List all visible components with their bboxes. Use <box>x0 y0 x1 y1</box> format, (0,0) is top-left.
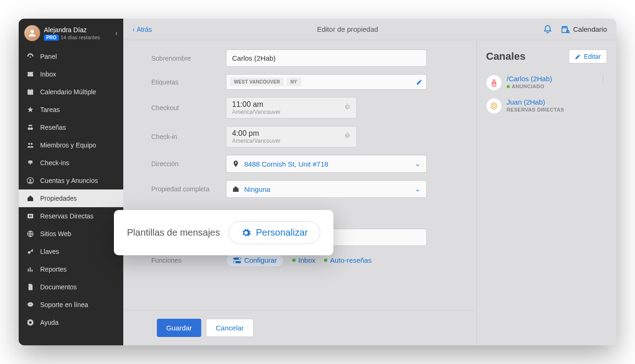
svg-point-11 <box>28 161 32 162</box>
status-dot <box>324 259 327 262</box>
nav-label: Documentos <box>40 283 77 291</box>
svg-rect-18 <box>30 267 31 272</box>
user-name: Alejandra Díaz <box>44 26 112 34</box>
svg-point-10 <box>31 143 33 145</box>
nav-reports[interactable]: Reportes <box>19 260 123 278</box>
svg-rect-17 <box>28 269 29 272</box>
channels-edit-button[interactable]: Editar <box>569 49 607 63</box>
nav-documents[interactable]: Documentos <box>19 278 123 296</box>
inbox-icon <box>26 70 35 78</box>
channels-panel: Canales Editar /Carlos (2Hab) ANUNCIADO … <box>476 40 616 345</box>
channels-title: Canales <box>486 50 569 63</box>
fullprop-value: Ninguna <box>244 185 270 193</box>
svg-rect-4 <box>28 89 29 90</box>
sidebar: Alejandra Díaz PRO 14 días restantes ‹ P… <box>19 19 123 345</box>
svg-point-0 <box>30 30 34 33</box>
templates-popover: Plantillas de mensajes Personalizar <box>114 210 333 255</box>
user-block[interactable]: Alejandra Díaz PRO 14 días restantes ‹ <box>19 19 123 48</box>
main-area: ‹ Atrás Editor de propiedad Calendario S… <box>123 19 616 345</box>
nav-label: Panel <box>40 53 57 60</box>
svg-point-36 <box>234 261 236 263</box>
nav-label: Cuentas y Anuncios <box>40 177 98 184</box>
svg-point-37 <box>493 82 495 84</box>
popover-title: Plantillas de mensajes <box>127 227 220 238</box>
help-icon <box>26 318 35 327</box>
configure-button[interactable]: Configurar <box>226 253 284 267</box>
back-button[interactable]: ‹ Atrás <box>133 26 152 33</box>
svg-point-32 <box>235 162 236 163</box>
svg-point-7 <box>30 127 33 130</box>
nav-support[interactable]: Soporte en línea <box>19 296 123 314</box>
clock-icon <box>343 102 352 111</box>
pro-badge: PRO <box>44 35 59 41</box>
pencil-icon[interactable] <box>416 79 423 85</box>
address-select[interactable]: 8488 Cornish St, Unit #718 ⌄ <box>226 155 427 173</box>
nav-accounts[interactable]: Cuentas y Anuncios <box>19 172 123 189</box>
svg-point-35 <box>239 258 240 259</box>
channel-name: /Carlos (2Hab) <box>507 75 595 83</box>
customize-button[interactable]: Personalizar <box>228 221 320 244</box>
nav-label: Check-ins <box>40 159 69 167</box>
checkout-time-field[interactable]: 11:00 am America/Vancouver <box>226 97 357 119</box>
notifications-icon[interactable] <box>543 25 552 34</box>
pin-icon <box>232 160 240 168</box>
channel-item[interactable]: /Carlos (2Hab) ANUNCIADO ⋮ <box>486 71 607 94</box>
nickname-input[interactable] <box>226 49 427 67</box>
tag-item[interactable]: NY <box>287 77 301 86</box>
nav-keys[interactable]: Llaves <box>19 243 123 260</box>
avatar <box>24 25 40 41</box>
cancel-button[interactable]: Cancelar <box>206 319 254 337</box>
address-label: Dirección <box>151 160 226 168</box>
header: ‹ Atrás Editor de propiedad Calendario <box>123 19 616 40</box>
checkout-tz: America/Vancouver <box>232 109 351 115</box>
nav-properties[interactable]: Propiedades <box>19 189 123 207</box>
more-icon[interactable]: ⋮ <box>600 75 607 84</box>
nav-label: Soporte en línea <box>40 301 88 308</box>
tags-label: Etiquetas <box>151 78 226 86</box>
key-icon <box>26 247 35 256</box>
checkin-time-field[interactable]: 4:00 pm America/Vancouver <box>226 126 357 147</box>
functions-label: Funciones <box>151 257 226 264</box>
func-autoreview[interactable]: Auto-reseñas <box>324 256 372 264</box>
nav-websites[interactable]: Sitios Web <box>19 225 123 243</box>
nav-checkins[interactable]: Check-ins <box>19 154 123 172</box>
nav-label: Reseñas <box>40 124 66 131</box>
nav-direct-bookings[interactable]: Reservas Directas <box>19 207 123 225</box>
svg-rect-31 <box>347 132 348 133</box>
chat-icon <box>26 301 35 309</box>
nav-multi-calendar[interactable]: Calendario Múltiple <box>19 83 123 101</box>
channel-status: RESERVAS DIRECTAS <box>507 107 564 112</box>
fullprop-select[interactable]: Ninguna ⌄ <box>226 180 427 198</box>
chart-icon <box>26 265 35 273</box>
tags-box[interactable]: WEST VANCOUVER NY <box>226 74 427 90</box>
nav-label: Miembros y Equipo <box>40 141 96 149</box>
nav-label: Reportes <box>40 266 67 273</box>
app-window: Alejandra Díaz PRO 14 días restantes ‹ P… <box>19 19 616 345</box>
tag-item[interactable]: WEST VANCOUVER <box>230 77 284 86</box>
nav-panel[interactable]: Panel <box>19 48 123 65</box>
bell-icon <box>26 159 35 167</box>
nav-inbox[interactable]: Inbox <box>19 65 123 83</box>
nav-team[interactable]: Miembros y Equipo <box>19 136 123 154</box>
nav-help[interactable]: Ayuda <box>19 314 123 331</box>
home-icon <box>26 194 35 203</box>
checkin-time: 4:00 pm <box>232 129 351 138</box>
channel-item[interactable]: Juan (2Hab) RESERVAS DIRECTAS <box>486 94 607 118</box>
func-inbox[interactable]: Inbox <box>292 256 316 264</box>
save-button[interactable]: Guardar <box>157 319 201 337</box>
nav-reviews[interactable]: Reseñas <box>19 119 123 136</box>
calendar-link[interactable]: Calendario <box>561 25 607 34</box>
collapse-sidebar-icon[interactable]: ‹ <box>115 29 118 37</box>
nav-tasks[interactable]: Tareas <box>19 101 123 119</box>
reviews-icon <box>26 123 35 132</box>
svg-point-1 <box>30 56 31 58</box>
svg-rect-8 <box>28 125 32 126</box>
address-value: 8488 Cornish St, Unit #718 <box>244 160 328 168</box>
nav-label: Propiedades <box>40 195 77 202</box>
calendar-label: Calendario <box>573 25 607 33</box>
svg-point-9 <box>28 143 30 145</box>
toggle-icon <box>233 257 241 264</box>
configure-label: Configurar <box>244 256 277 264</box>
nav-label: Reservas Directas <box>40 212 93 220</box>
status-dot <box>507 85 510 88</box>
